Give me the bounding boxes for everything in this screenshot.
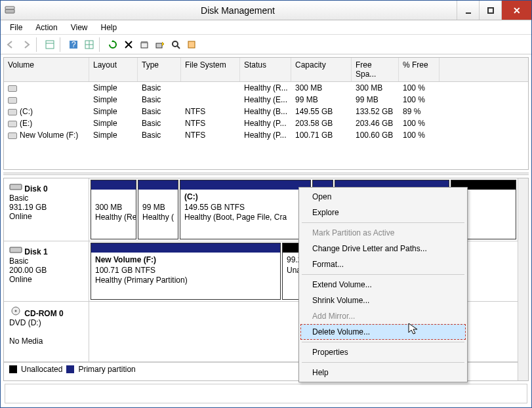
misc-icon-button[interactable] [184, 37, 199, 52]
ctx-change-letter[interactable]: Change Drive Letter and Paths... [300, 241, 466, 256]
swatch-primary [66, 365, 74, 373]
col-free[interactable]: Free Spa... [352, 58, 399, 81]
ctx-delete-volume[interactable]: Delete Volume... [300, 324, 466, 340]
ctx-help[interactable]: Help [300, 365, 466, 380]
ctx-explore[interactable]: Explore [300, 205, 466, 220]
status-area [5, 384, 527, 403]
delete-icon-button[interactable] [121, 37, 136, 52]
toolbar: ? [1, 35, 531, 54]
maximize-button[interactable] [479, 1, 501, 20]
disk-icon [9, 245, 22, 255]
back-button[interactable] [3, 37, 18, 52]
svg-rect-20 [10, 247, 22, 253]
minimize-button[interactable] [457, 1, 479, 20]
swatch-unallocated [9, 365, 17, 373]
svg-rect-4 [46, 41, 54, 49]
menu-help[interactable]: Help [94, 21, 124, 34]
table-row[interactable]: (C:)SimpleBasicNTFSHealthy (B...149.55 G… [4, 106, 528, 117]
partition[interactable]: New Volume (F:)100.71 GB NTFSHealthy (Pr… [91, 243, 281, 300]
svg-rect-14 [141, 41, 148, 43]
splitter[interactable] [3, 173, 529, 175]
disk-icon [9, 182, 22, 192]
cdrom-icon [9, 306, 22, 316]
col-capacity[interactable]: Capacity [291, 58, 352, 81]
svg-rect-0 [5, 9, 14, 13]
ctx-properties[interactable]: Properties [300, 344, 466, 360]
cdrom-info[interactable]: CD-ROM 0 DVD (D:) No Media [4, 302, 89, 361]
svg-rect-3 [488, 8, 493, 13]
ctx-open[interactable]: Open [300, 189, 466, 205]
svg-rect-18 [188, 41, 195, 48]
ctx-extend[interactable]: Extend Volume... [300, 277, 466, 293]
menu-file[interactable]: File [3, 21, 29, 34]
context-menu: Open Explore Mark Partition as Active Ch… [298, 187, 468, 382]
app-icon [1, 5, 19, 16]
explore-icon-button[interactable] [169, 37, 183, 52]
col-layout[interactable]: Layout [89, 58, 138, 81]
svg-point-16 [173, 41, 178, 47]
refresh-button[interactable] [106, 37, 120, 52]
menu-view[interactable]: View [64, 21, 94, 34]
rescan-icon-button[interactable] [153, 37, 167, 52]
partition[interactable]: 99 MBHealthy ( [138, 180, 178, 239]
disk-0-info[interactable]: Disk 0 Basic 931.19 GB Online [4, 178, 89, 241]
ctx-format[interactable]: Format... [300, 256, 466, 272]
vertical-scrollbar[interactable] [518, 178, 528, 380]
volume-list[interactable]: Volume Layout Type File System Status Ca… [3, 57, 529, 170]
col-pct[interactable]: % Free [399, 58, 440, 81]
col-fs[interactable]: File System [181, 58, 240, 81]
properties-icon-button[interactable] [137, 37, 152, 52]
forward-button[interactable] [19, 37, 33, 52]
ctx-mark-active: Mark Partition as Active [300, 225, 466, 241]
column-headers[interactable]: Volume Layout Type File System Status Ca… [4, 58, 528, 82]
window-title: Disk Management [19, 5, 457, 16]
table-row[interactable]: (E:)SimpleBasicNTFSHealthy (P...203.58 G… [4, 117, 528, 129]
svg-rect-13 [141, 43, 148, 48]
col-type[interactable]: Type [138, 58, 181, 81]
svg-rect-1 [5, 7, 14, 9]
menu-bar: File Action View Help [1, 20, 531, 35]
ctx-shrink[interactable]: Shrink Volume... [300, 293, 466, 308]
help-button[interactable]: ? [66, 37, 81, 52]
partition[interactable]: (C:)149.55 GB NTFSHealthy (Boot, Page Fi… [180, 180, 311, 239]
svg-rect-15 [156, 43, 162, 48]
mouse-cursor [407, 322, 420, 335]
show-hide-button[interactable] [43, 37, 57, 52]
svg-point-22 [15, 310, 17, 312]
close-button[interactable]: ✕ [501, 1, 531, 20]
svg-line-17 [177, 46, 180, 49]
partition[interactable]: 300 MBHealthy (Re [91, 180, 136, 239]
disk-1-info[interactable]: Disk 1 Basic 200.00 GB Online [4, 241, 89, 301]
settings-button[interactable] [82, 37, 96, 52]
table-row[interactable]: SimpleBasicHealthy (R...300 MB300 MB100 … [4, 82, 528, 94]
svg-text:?: ? [72, 40, 76, 49]
table-row[interactable]: SimpleBasicHealthy (E...99 MB99 MB100 % [4, 94, 528, 106]
svg-rect-19 [10, 184, 22, 190]
col-volume[interactable]: Volume [4, 58, 89, 81]
ctx-add-mirror: Add Mirror... [300, 308, 466, 324]
menu-action[interactable]: Action [29, 21, 64, 34]
table-row[interactable]: New Volume (F:)SimpleBasicNTFSHealthy (P… [4, 129, 528, 141]
title-bar: Disk Management ✕ [1, 1, 531, 20]
col-status[interactable]: Status [240, 58, 291, 81]
